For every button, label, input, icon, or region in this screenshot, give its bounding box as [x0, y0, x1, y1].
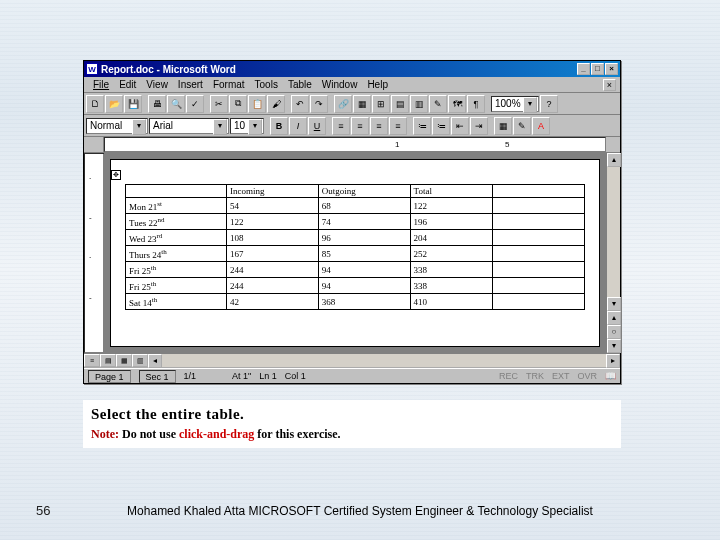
total-cell[interactable]: 196 — [410, 214, 493, 230]
paste-button[interactable]: 📋 — [248, 95, 266, 113]
redo-button[interactable]: ↷ — [310, 95, 328, 113]
header-cell[interactable]: Incoming — [226, 185, 318, 198]
day-cell[interactable]: Fri 25th — [126, 262, 227, 278]
total-cell[interactable]: 252 — [410, 246, 493, 262]
horizontal-scrollbar[interactable]: ◂ ▸ — [148, 354, 620, 368]
outgoing-cell[interactable]: 96 — [318, 230, 410, 246]
font-select[interactable]: Arial — [149, 118, 229, 134]
empty-cell[interactable] — [493, 294, 585, 310]
insert-table-button[interactable]: ⊞ — [372, 95, 390, 113]
incoming-cell[interactable]: 54 — [226, 198, 318, 214]
hyperlink-button[interactable]: 🔗 — [334, 95, 352, 113]
horizontal-ruler[interactable]: 1 5 — [104, 137, 606, 152]
new-button[interactable]: 🗋 — [86, 95, 104, 113]
undo-button[interactable]: ↶ — [291, 95, 309, 113]
preview-button[interactable]: 🔍 — [167, 95, 185, 113]
browse-object-button[interactable]: ○ — [607, 325, 621, 339]
titlebar[interactable]: W Report.doc - Microsoft Word _ □ × — [84, 61, 620, 77]
normal-view-button[interactable]: ≡ — [84, 354, 100, 367]
size-select[interactable]: 10 — [230, 118, 264, 134]
menu-view[interactable]: View — [141, 79, 173, 90]
align-right-button[interactable]: ≡ — [370, 117, 388, 135]
justify-button[interactable]: ≡ — [389, 117, 407, 135]
table-row[interactable]: Mon 21st5468122 — [126, 198, 585, 214]
copy-button[interactable]: ⧉ — [229, 95, 247, 113]
data-table[interactable]: Incoming Outgoing Total Mon 21st5468122T… — [125, 184, 585, 310]
scroll-right-button[interactable]: ▸ — [606, 354, 620, 368]
highlight-button[interactable]: ✎ — [513, 117, 531, 135]
menu-format[interactable]: Format — [208, 79, 250, 90]
menu-insert[interactable]: Insert — [173, 79, 208, 90]
tables-button[interactable]: ▦ — [353, 95, 371, 113]
header-cell[interactable] — [126, 185, 227, 198]
outdent-button[interactable]: ⇤ — [451, 117, 469, 135]
format-painter-button[interactable]: 🖌 — [267, 95, 285, 113]
empty-cell[interactable] — [493, 214, 585, 230]
incoming-cell[interactable]: 244 — [226, 262, 318, 278]
excel-button[interactable]: ▤ — [391, 95, 409, 113]
scroll-left-button[interactable]: ◂ — [148, 354, 162, 368]
total-cell[interactable]: 122 — [410, 198, 493, 214]
scroll-up-button[interactable]: ▴ — [607, 153, 621, 167]
document-page[interactable]: ✥ Incoming Outgoing Total Mon 21st546812… — [110, 159, 600, 347]
day-cell[interactable]: Mon 21st — [126, 198, 227, 214]
style-select[interactable]: Normal — [86, 118, 148, 134]
incoming-cell[interactable]: 42 — [226, 294, 318, 310]
font-color-button[interactable]: A — [532, 117, 550, 135]
outgoing-cell[interactable]: 68 — [318, 198, 410, 214]
bullets-button[interactable]: ≔ — [432, 117, 450, 135]
maximize-button[interactable]: □ — [591, 63, 604, 75]
outgoing-cell[interactable]: 368 — [318, 294, 410, 310]
italic-button[interactable]: I — [289, 117, 307, 135]
day-cell[interactable]: Sat 14th — [126, 294, 227, 310]
incoming-cell[interactable]: 167 — [226, 246, 318, 262]
incoming-cell[interactable]: 108 — [226, 230, 318, 246]
empty-cell[interactable] — [493, 278, 585, 294]
menu-tools[interactable]: Tools — [250, 79, 283, 90]
menu-file[interactable]: File — [88, 79, 114, 90]
table-move-handle[interactable]: ✥ — [111, 170, 121, 180]
menu-edit[interactable]: Edit — [114, 79, 141, 90]
header-cell[interactable]: Outgoing — [318, 185, 410, 198]
empty-cell[interactable] — [493, 246, 585, 262]
map-button[interactable]: 🗺 — [448, 95, 466, 113]
web-view-button[interactable]: ▤ — [100, 354, 116, 367]
menu-window[interactable]: Window — [317, 79, 363, 90]
table-row[interactable]: Thurs 24th16785252 — [126, 246, 585, 262]
table-row[interactable]: Wed 23rd10896204 — [126, 230, 585, 246]
table-row[interactable]: Sat 14th42368410 — [126, 294, 585, 310]
outgoing-cell[interactable]: 94 — [318, 278, 410, 294]
help-button[interactable]: ? — [540, 95, 558, 113]
underline-button[interactable]: U — [308, 117, 326, 135]
incoming-cell[interactable]: 122 — [226, 214, 318, 230]
empty-cell[interactable] — [493, 230, 585, 246]
total-cell[interactable]: 204 — [410, 230, 493, 246]
day-cell[interactable]: Tues 22nd — [126, 214, 227, 230]
day-cell[interactable]: Fri 25th — [126, 278, 227, 294]
day-cell[interactable]: Thurs 24th — [126, 246, 227, 262]
menu-table[interactable]: Table — [283, 79, 317, 90]
browse-next-button[interactable]: ▾ — [607, 339, 621, 353]
empty-cell[interactable] — [493, 262, 585, 278]
empty-cell[interactable] — [493, 198, 585, 214]
outgoing-cell[interactable]: 94 — [318, 262, 410, 278]
total-cell[interactable]: 410 — [410, 294, 493, 310]
scroll-track[interactable] — [607, 167, 620, 297]
indent-button[interactable]: ⇥ — [470, 117, 488, 135]
doc-close-button[interactable]: × — [603, 79, 616, 91]
vertical-ruler[interactable]: · - · - — [84, 153, 104, 353]
align-center-button[interactable]: ≡ — [351, 117, 369, 135]
bold-button[interactable]: B — [270, 117, 288, 135]
menu-help[interactable]: Help — [362, 79, 393, 90]
columns-button[interactable]: ▥ — [410, 95, 428, 113]
header-cell[interactable]: Total — [410, 185, 493, 198]
cut-button[interactable]: ✂ — [210, 95, 228, 113]
day-cell[interactable]: Wed 23rd — [126, 230, 227, 246]
show-button[interactable]: ¶ — [467, 95, 485, 113]
header-cell[interactable] — [493, 185, 585, 198]
table-row[interactable]: Fri 25th24494338 — [126, 262, 585, 278]
vertical-scrollbar[interactable]: ▴ ▾ ▴ ○ ▾ — [606, 153, 620, 353]
open-button[interactable]: 📂 — [105, 95, 123, 113]
outline-view-button[interactable]: ▥ — [132, 354, 148, 367]
incoming-cell[interactable]: 244 — [226, 278, 318, 294]
